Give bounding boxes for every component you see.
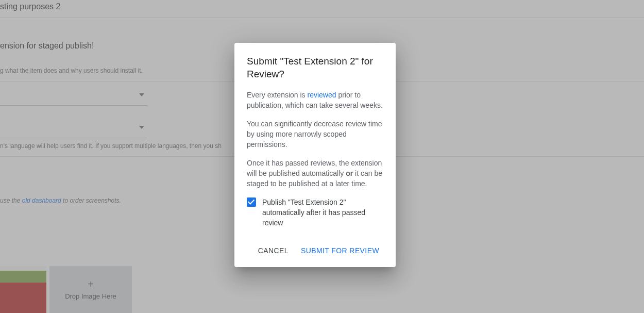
- dialog-actions: Cancel Submit for Review: [247, 242, 383, 259]
- auto-publish-label: Publish "Test Extension 2" automatically…: [262, 197, 383, 228]
- auto-publish-checkbox[interactable]: [247, 197, 256, 207]
- dialog-title: Submit "Test Extension 2" for Review?: [247, 55, 383, 80]
- dialog-paragraph-2: You can significantly decrease review ti…: [247, 119, 383, 150]
- cancel-button[interactable]: Cancel: [254, 242, 293, 259]
- submit-for-review-button[interactable]: Submit for Review: [297, 242, 383, 259]
- auto-publish-option[interactable]: Publish "Test Extension 2" automatically…: [247, 197, 383, 228]
- dialog-paragraph-3: Once it has passed reviews, the extensio…: [247, 158, 383, 189]
- submit-review-dialog: Submit "Test Extension 2" for Review? Ev…: [234, 43, 396, 267]
- reviewed-link[interactable]: reviewed: [308, 91, 336, 99]
- dialog-paragraph-1: Every extension is reviewed prior to pub…: [247, 90, 383, 110]
